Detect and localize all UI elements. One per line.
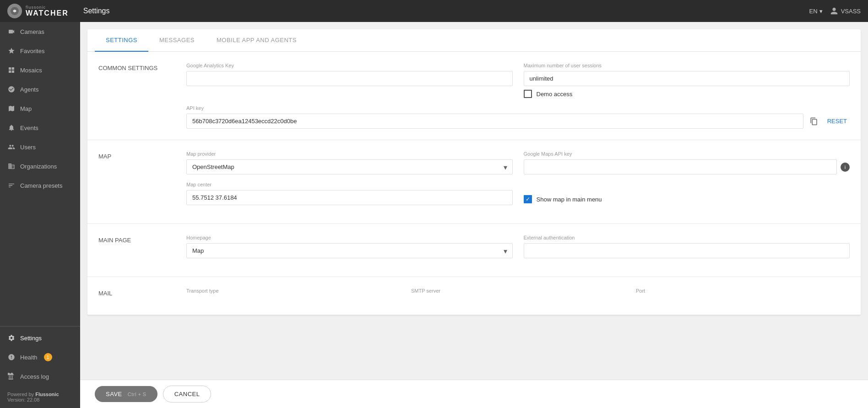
settings-panel: SETTINGS MESSAGES MOBILE APP AND AGENTS … xyxy=(87,29,861,315)
max-sessions-input[interactable] xyxy=(524,71,850,86)
bottom-bar: SAVE Ctrl + S CANCEL xyxy=(80,380,868,408)
google-maps-api-key-row: i xyxy=(524,159,850,174)
language-selector[interactable]: EN ▾ xyxy=(809,8,823,15)
section-content-mail: Transport type SMTP server Port xyxy=(186,288,850,304)
port-field: Port xyxy=(636,288,850,296)
map-center-label: Map center xyxy=(186,182,513,187)
homepage-select[interactable]: Map Cameras Mosaics xyxy=(186,243,513,258)
sidebar: Cameras Favorites Mosaics Agents Map xyxy=(0,22,80,408)
sidebar-item-health[interactable]: Health 1 xyxy=(0,348,80,367)
section-label-map: MAP xyxy=(98,151,172,212)
map-center-field: Map center xyxy=(186,182,513,205)
sidebar-item-favorites[interactable]: Favorites xyxy=(0,41,80,60)
homepage-field: Homepage Map Cameras Mosaics xyxy=(186,235,513,258)
google-maps-api-key-label: Google Maps API key xyxy=(524,151,850,157)
google-maps-api-key-input[interactable] xyxy=(524,159,837,174)
bell-icon xyxy=(7,124,16,132)
reset-api-key-button[interactable]: RESET xyxy=(825,115,850,127)
demo-access-label: Demo access xyxy=(537,91,573,98)
show-map-label: Show map in main menu xyxy=(537,196,602,203)
map-row-2: Map center ✓ Show map in main menu xyxy=(186,182,850,205)
sidebar-item-cameras[interactable]: Cameras xyxy=(0,22,80,41)
section-label-main-page: MAIN PAGE xyxy=(98,235,172,266)
demo-access-checkbox[interactable] xyxy=(524,90,532,98)
map-provider-select-wrapper: OpenStreetMap Google Maps xyxy=(186,159,513,174)
map-provider-select[interactable]: OpenStreetMap Google Maps xyxy=(186,159,513,174)
api-key-label: API key xyxy=(186,105,850,111)
sidebar-item-label: Cameras xyxy=(20,28,44,35)
sidebar-item-label: Settings xyxy=(20,335,42,342)
api-key-input[interactable] xyxy=(186,114,803,129)
topbar-right: EN ▾ VSASS xyxy=(809,7,861,15)
max-sessions-field: Maximum number of user sessions Demo acc… xyxy=(524,63,850,98)
external-auth-field: External authentication xyxy=(524,235,850,258)
access-log-icon xyxy=(7,372,16,381)
tab-bar: SETTINGS MESSAGES MOBILE APP AND AGENTS xyxy=(87,29,861,52)
main-page-section: MAIN PAGE Homepage Map Cameras Mosaics xyxy=(87,224,861,277)
sidebar-item-label: Favorites xyxy=(20,48,44,54)
settings-icon xyxy=(7,334,16,342)
map-icon xyxy=(7,104,16,113)
layout: Cameras Favorites Mosaics Agents Map xyxy=(0,22,868,408)
copy-icon xyxy=(810,117,818,125)
tab-mobile[interactable]: MOBILE APP AND AGENTS xyxy=(206,29,308,52)
sidebar-item-camera-presets[interactable]: Camera presets xyxy=(0,176,80,195)
page-title: Settings xyxy=(83,7,110,15)
topbar-left: flussonic WATCHER Settings xyxy=(7,4,110,18)
logo-icon xyxy=(7,4,22,18)
sidebar-item-label: Map xyxy=(20,105,32,112)
sidebar-bottom: Settings Health 1 Access log xyxy=(0,326,80,386)
max-sessions-label: Maximum number of user sessions xyxy=(524,63,850,68)
health-badge: 1 xyxy=(44,353,52,361)
copy-api-key-button[interactable] xyxy=(807,114,821,128)
mail-row-1: Transport type SMTP server Port xyxy=(186,288,850,296)
map-section: MAP Map provider OpenStreetMap Google Ma… xyxy=(87,140,861,224)
sidebar-item-users[interactable]: Users xyxy=(0,137,80,157)
sidebar-item-access-log[interactable]: Access log xyxy=(0,367,80,386)
star-icon xyxy=(7,47,16,55)
smtp-label: SMTP server xyxy=(411,288,625,294)
sidebar-item-map[interactable]: Map xyxy=(0,99,80,118)
sidebar-item-label: Mosaics xyxy=(20,67,42,74)
topbar: flussonic WATCHER Settings EN ▾ VSASS xyxy=(0,0,868,22)
sidebar-item-label: Organizations xyxy=(20,163,57,170)
port-label: Port xyxy=(636,288,850,294)
homepage-label: Homepage xyxy=(186,235,513,240)
sidebar-item-events[interactable]: Events xyxy=(0,118,80,137)
section-content-main-page: Homepage Map Cameras Mosaics xyxy=(186,235,850,266)
show-map-checkbox[interactable]: ✓ xyxy=(524,195,532,203)
smtp-field: SMTP server xyxy=(411,288,625,296)
logo: flussonic WATCHER xyxy=(7,4,69,18)
map-center-input[interactable] xyxy=(186,190,513,205)
sidebar-item-settings[interactable]: Settings xyxy=(0,328,80,348)
external-auth-input[interactable] xyxy=(524,243,850,258)
map-provider-label: Map provider xyxy=(186,151,513,157)
google-analytics-label: Google Analytics Key xyxy=(186,63,513,68)
camera-icon xyxy=(7,27,16,36)
chevron-down-icon: ▾ xyxy=(819,8,823,15)
tab-settings[interactable]: SETTINGS xyxy=(95,29,148,52)
save-button[interactable]: SAVE Ctrl + S xyxy=(95,386,157,402)
google-analytics-input[interactable] xyxy=(186,71,513,86)
organizations-icon xyxy=(7,162,16,170)
tab-messages[interactable]: MESSAGES xyxy=(148,29,206,52)
common-row-1: Google Analytics Key Maximum number of u… xyxy=(186,63,850,98)
section-label-common: COMMON SETTINGS xyxy=(98,63,172,129)
sidebar-item-agents[interactable]: Agents xyxy=(0,80,80,99)
sidebar-item-label: Users xyxy=(20,144,36,151)
show-map-field: ✓ Show map in main menu xyxy=(524,182,850,205)
section-label-mail: MAIL xyxy=(98,288,172,304)
main-page-row-1: Homepage Map Cameras Mosaics xyxy=(186,235,850,258)
google-analytics-field: Google Analytics Key xyxy=(186,63,513,98)
user-menu[interactable]: VSASS xyxy=(830,7,861,15)
sidebar-item-organizations[interactable]: Organizations xyxy=(0,157,80,176)
info-icon[interactable]: i xyxy=(841,163,850,172)
users-icon xyxy=(7,143,16,151)
main-area: SETTINGS MESSAGES MOBILE APP AND AGENTS … xyxy=(80,22,868,408)
cancel-button[interactable]: CANCEL xyxy=(163,386,212,403)
transport-label: Transport type xyxy=(186,288,400,294)
presets-icon xyxy=(7,181,16,190)
sidebar-item-mosaics[interactable]: Mosaics xyxy=(0,60,80,80)
logo-text: flussonic WATCHER xyxy=(26,5,69,17)
transport-field: Transport type xyxy=(186,288,400,296)
